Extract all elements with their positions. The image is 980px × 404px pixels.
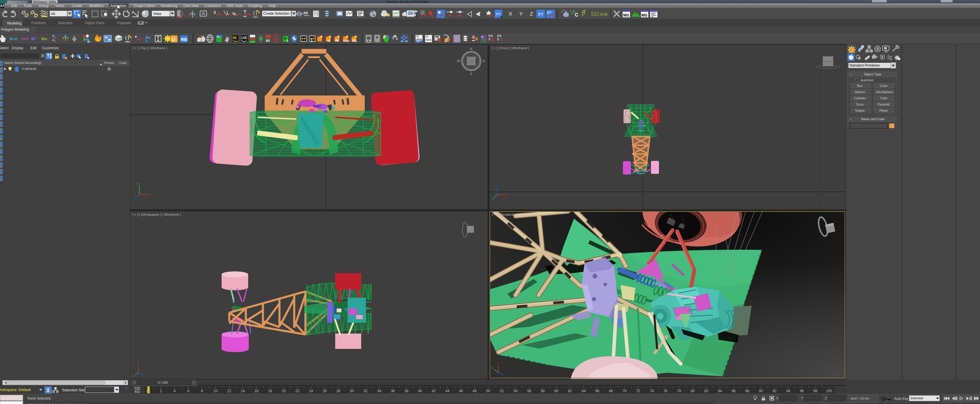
- svg-text:y: y: [493, 197, 494, 200]
- svg-text:TOP: TOP: [469, 60, 474, 63]
- svg-text:N: N: [470, 47, 473, 51]
- svg-text:z: z: [134, 196, 136, 200]
- svg-text:64: 64: [582, 389, 586, 393]
- svg-text:42: 42: [432, 389, 436, 393]
- svg-text:P R: P R: [489, 35, 493, 38]
- svg-text:82: 82: [705, 389, 708, 393]
- svg-text:14: 14: [241, 389, 245, 393]
- svg-text:y: y: [137, 182, 139, 185]
- svg-text:C: C: [575, 13, 578, 17]
- svg-text:ISO: ISO: [266, 39, 270, 43]
- svg-text:10: 10: [426, 35, 428, 38]
- svg-text:PK: PK: [233, 36, 237, 40]
- svg-text:Y: Y: [519, 11, 523, 17]
- svg-text:LIVE: LIVE: [241, 36, 247, 40]
- svg-text:4: 4: [174, 389, 176, 393]
- svg-text:62: 62: [568, 389, 572, 393]
- svg-text:All: All: [51, 11, 55, 16]
- svg-text:X: X: [509, 11, 512, 17]
- svg-text:Dist: Dist: [416, 40, 420, 43]
- svg-text:22: 22: [295, 389, 299, 393]
- svg-text:Gм: Gм: [41, 36, 47, 41]
- svg-text:56: 56: [527, 389, 531, 393]
- svg-text:90: 90: [759, 389, 763, 393]
- svg-text:y: y: [132, 374, 134, 377]
- svg-text:92: 92: [773, 389, 777, 393]
- svg-text:W: W: [457, 59, 460, 63]
- svg-text:z: z: [505, 374, 506, 377]
- svg-text:MT: MT: [31, 36, 37, 41]
- svg-text:100: 100: [826, 389, 832, 393]
- svg-text:20: 20: [282, 389, 286, 393]
- svg-text:RvP: RvP: [21, 36, 29, 41]
- svg-text:x: x: [137, 361, 139, 364]
- svg-text:x: x: [149, 193, 150, 196]
- svg-text:52: 52: [500, 389, 504, 393]
- svg-text:66: 66: [595, 389, 599, 393]
- svg-text:84: 84: [718, 389, 722, 393]
- svg-text:ABC: ABC: [125, 40, 130, 43]
- svg-text:SUB: SUB: [600, 12, 608, 16]
- svg-text:S: S: [470, 72, 472, 75]
- svg-text:24: 24: [309, 389, 313, 393]
- svg-text:ABC: ABC: [253, 16, 258, 18]
- svg-text:38: 38: [404, 389, 409, 393]
- svg-text:S: S: [497, 38, 499, 41]
- svg-text:78: 78: [677, 389, 681, 393]
- svg-text:96: 96: [800, 389, 804, 393]
- svg-text:z: z: [144, 374, 146, 377]
- svg-text:48: 48: [473, 389, 477, 393]
- svg-text:SOL: SOL: [352, 39, 357, 43]
- svg-text:PP: PP: [336, 39, 339, 43]
- svg-text:30: 30: [350, 389, 354, 393]
- svg-text:28: 28: [336, 389, 340, 393]
- svg-text:98: 98: [814, 389, 818, 393]
- svg-text:[ + ] [ Orthographic ] [ Wiref: [ + ] [ Orthographic ] [ Wireframe ]: [132, 213, 181, 216]
- svg-text:y: y: [492, 366, 493, 369]
- svg-text:MS: MS: [641, 13, 648, 17]
- svg-text:54: 54: [514, 389, 518, 393]
- svg-text:z: z: [495, 182, 497, 185]
- svg-text:MS: MS: [623, 13, 629, 17]
- svg-text:CAGE: CAGE: [344, 40, 350, 43]
- svg-text:76: 76: [663, 389, 668, 393]
- svg-text:[ + ] [ Front ] [ Wireframe ]: [ + ] [ Front ] [ Wireframe ]: [492, 46, 529, 50]
- svg-text:S: S: [489, 38, 490, 41]
- svg-text:2: 2: [311, 39, 312, 43]
- svg-text:8: 8: [201, 389, 203, 393]
- svg-text:88: 88: [745, 389, 749, 393]
- svg-text:18: 18: [268, 389, 272, 393]
- svg-text:60: 60: [554, 389, 558, 393]
- svg-text:Create Selection S: Create Selection S: [263, 11, 293, 16]
- svg-text:SD: SD: [591, 11, 599, 17]
- svg-text:P R: P R: [497, 35, 501, 38]
- svg-text:R: R: [481, 35, 483, 38]
- svg-text:32: 32: [364, 389, 368, 393]
- svg-text:16: 16: [255, 389, 258, 393]
- svg-text:View: View: [153, 11, 162, 16]
- svg-text:12: 12: [227, 389, 231, 393]
- svg-text:U: U: [172, 37, 175, 43]
- svg-text:34: 34: [377, 389, 381, 393]
- svg-text:[ + ] [ Top ] [ Wireframe ]: [ + ] [ Top ] [ Wireframe ]: [132, 46, 167, 50]
- svg-text:XY: XY: [538, 12, 544, 16]
- svg-text:58: 58: [541, 389, 545, 393]
- svg-text:x: x: [506, 193, 508, 196]
- svg-text:RB: RB: [181, 37, 188, 42]
- svg-text:3: 3: [213, 10, 216, 15]
- svg-text:ID: ID: [88, 40, 90, 43]
- svg-text:E: E: [483, 59, 485, 63]
- svg-text:74: 74: [650, 389, 654, 393]
- svg-text:[ + ] [ Perspective ] [ Reali: [ + ] [ Perspective ] [ Realistic ]: [492, 213, 536, 216]
- svg-text:x: x: [497, 361, 499, 364]
- svg-text:10: 10: [416, 35, 419, 38]
- svg-text:UI: UI: [328, 39, 330, 43]
- svg-text:6: 6: [188, 389, 189, 393]
- svg-text:44: 44: [445, 389, 449, 393]
- svg-text:Z: Z: [530, 11, 533, 17]
- svg-text:Mod: Mod: [10, 36, 18, 41]
- svg-text:86: 86: [732, 389, 736, 393]
- svg-text:68: 68: [609, 389, 613, 393]
- svg-text:10: 10: [214, 389, 218, 393]
- svg-text:X: X: [500, 38, 503, 43]
